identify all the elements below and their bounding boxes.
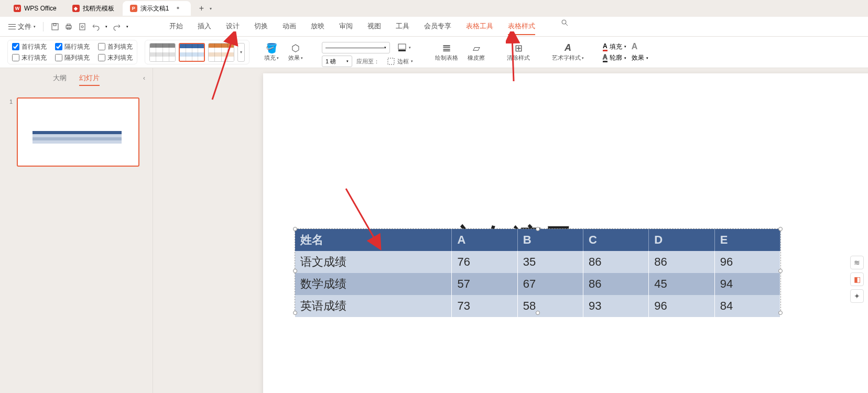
tab-tools[interactable]: 工具 — [396, 18, 409, 35]
tab-menu-dropdown-icon[interactable]: ▾ — [210, 6, 212, 11]
tab-table-tools[interactable]: 表格工具 — [466, 18, 493, 35]
style-thumb-gray[interactable] — [149, 43, 176, 62]
pen-style-select[interactable]: ▾ — [322, 42, 390, 53]
redo-dropdown-icon[interactable]: ▾ — [126, 25, 128, 29]
slide-thumbnail-1[interactable]: 1 — [0, 91, 153, 173]
layers-icon: ≋ — [854, 258, 860, 267]
tab-review[interactable]: 审阅 — [339, 18, 353, 35]
slide-canvas[interactable]: 空白演示 姓名 A B C D E — [153, 68, 868, 393]
tab-design[interactable]: 设计 — [226, 18, 240, 35]
more-styles-dropdown[interactable]: ▾ — [237, 43, 245, 62]
layers-button[interactable]: ≋ — [850, 256, 864, 269]
tab-outline[interactable]: 大纲 — [53, 73, 67, 86]
add-tab-button[interactable]: + — [195, 2, 208, 15]
undo-dropdown-icon[interactable]: ▾ — [105, 25, 107, 29]
svg-rect-5 — [80, 24, 85, 30]
save-icon[interactable] — [51, 23, 59, 31]
tab-member[interactable]: 会员专享 — [424, 18, 451, 35]
print-icon[interactable] — [64, 23, 73, 31]
borders-group: ▾ ▾ 1 磅▾ 应用至： 边框▾ — [318, 40, 420, 64]
border-icon — [387, 57, 395, 66]
panel-tabs: 大纲 幻灯片 ‹ — [0, 68, 153, 91]
slide-panel: 大纲 幻灯片 ‹ 1 — [0, 68, 153, 393]
resize-handle[interactable] — [293, 227, 297, 231]
th[interactable]: 姓名 — [295, 229, 452, 251]
tab-label: 找稻壳模板 — [83, 4, 114, 13]
ribbon: 首行填充 隔行填充 首列填充 末行填充 隔列填充 末列填充 — [0, 37, 868, 68]
collapse-panel-icon[interactable]: ‹ — [143, 74, 145, 82]
th[interactable]: B — [517, 229, 583, 251]
floating-toolbar: ≋ ◧ ✦ — [850, 256, 864, 303]
style-thumb-orange[interactable] — [208, 43, 234, 62]
chk-banded-rows[interactable]: 隔行填充 — [55, 42, 90, 51]
resize-handle[interactable] — [778, 227, 783, 231]
resize-handle[interactable] — [778, 269, 783, 273]
eraser-icon: ▱ — [473, 42, 480, 53]
separator — [43, 22, 44, 31]
pen-color-button[interactable]: ▾ — [394, 43, 414, 52]
tab-animation[interactable]: 动画 — [283, 18, 296, 35]
text-outline-button[interactable]: A 轮廓▾ — [603, 53, 626, 62]
tab-templates[interactable]: ◆ 找稻壳模板 — [65, 1, 122, 16]
th[interactable]: A — [452, 229, 517, 251]
resize-handle[interactable] — [536, 227, 540, 231]
eraser-button[interactable]: ▱ 橡皮擦 — [464, 42, 488, 62]
paint-bucket-icon: 🪣 — [266, 42, 277, 53]
table-selection[interactable]: 姓名 A B C D E 语文成绩7635868696 数学成绩57678645… — [295, 228, 781, 313]
file-menu-button[interactable]: 文件 ▾ — [8, 22, 36, 31]
style-thumb-blue[interactable] — [179, 43, 205, 62]
tab-slideshow[interactable]: 放映 — [311, 18, 324, 35]
redo-icon[interactable] — [113, 23, 121, 31]
chk-first-column[interactable]: 首列填充 — [98, 42, 133, 51]
undo-icon[interactable] — [92, 23, 100, 31]
wordart-style-button[interactable]: A 艺术字样式▾ — [549, 42, 587, 62]
sparkle-icon: ✦ — [854, 292, 860, 300]
print-preview-icon[interactable] — [78, 23, 86, 31]
resize-handle[interactable] — [778, 311, 783, 315]
tab-wps-office[interactable]: W WPS Office — [6, 1, 64, 16]
fill-button[interactable]: 🪣 填充▾ — [261, 42, 282, 62]
resize-handle[interactable] — [536, 311, 540, 315]
pen-weight-select[interactable]: 1 磅▾ — [322, 56, 352, 67]
apply-to-label: 应用至： — [356, 58, 379, 66]
draw-table-button[interactable]: 𝌆 绘制表格 — [432, 42, 461, 62]
tab-presentation-1[interactable]: P 演示文稿1 ● — [123, 1, 191, 16]
text-clear-button[interactable]: A — [632, 42, 638, 51]
chk-last-column[interactable]: 末列填充 — [98, 53, 133, 62]
chk-banded-cols[interactable]: 隔列填充 — [55, 53, 90, 62]
draw-group: 𝌆 绘制表格 ▱ 橡皮擦 — [428, 40, 492, 64]
thumbnail-preview — [17, 97, 139, 167]
tab-slides[interactable]: 幻灯片 — [79, 73, 100, 86]
file-label: 文件 — [18, 22, 31, 31]
tab-start[interactable]: 开始 — [169, 18, 183, 35]
tab-table-style[interactable]: 表格样式 — [508, 18, 535, 35]
th[interactable]: E — [714, 229, 780, 251]
style-button[interactable]: ◧ — [850, 272, 864, 286]
ribbon-tabs: 开始 插入 设计 切换 动画 放映 审阅 视图 工具 会员专享 表格工具 表格样… — [169, 18, 569, 35]
resize-handle[interactable] — [293, 311, 297, 315]
th[interactable]: C — [583, 229, 649, 251]
table-row: 数学成绩5767864594 — [295, 273, 780, 295]
wordart-a-icon: A — [565, 42, 571, 53]
search-icon[interactable] — [560, 18, 569, 27]
chk-total-row[interactable]: 末行填充 — [12, 53, 47, 62]
effect-button[interactable]: ⬡ 效果▾ — [285, 42, 306, 62]
magic-button[interactable]: ✦ — [850, 289, 864, 303]
chk-header-row[interactable]: 首行填充 — [12, 42, 47, 51]
text-fill-button[interactable]: A 填充▾ — [603, 42, 626, 51]
text-effect-button[interactable]: 效果▾ — [632, 53, 648, 62]
resize-handle[interactable] — [293, 269, 297, 273]
clear-style-button[interactable]: ⊞ 清除样式 — [504, 42, 533, 62]
data-table[interactable]: 姓名 A B C D E 语文成绩7635868696 数学成绩57678645… — [295, 229, 780, 317]
border-button[interactable]: 边框▾ — [384, 57, 416, 66]
outline-a-icon: A — [603, 53, 607, 62]
tab-view[interactable]: 视图 — [367, 18, 381, 35]
table-header-row: 姓名 A B C D E — [295, 229, 780, 251]
th[interactable]: D — [649, 229, 714, 251]
tab-transition[interactable]: 切换 — [254, 18, 268, 35]
svg-rect-1 — [53, 24, 56, 26]
pen-color-icon — [397, 43, 407, 52]
close-tab-icon[interactable]: ● — [176, 5, 183, 12]
slide: 空白演示 姓名 A B C D E — [263, 73, 868, 393]
tab-insert[interactable]: 插入 — [198, 18, 211, 35]
